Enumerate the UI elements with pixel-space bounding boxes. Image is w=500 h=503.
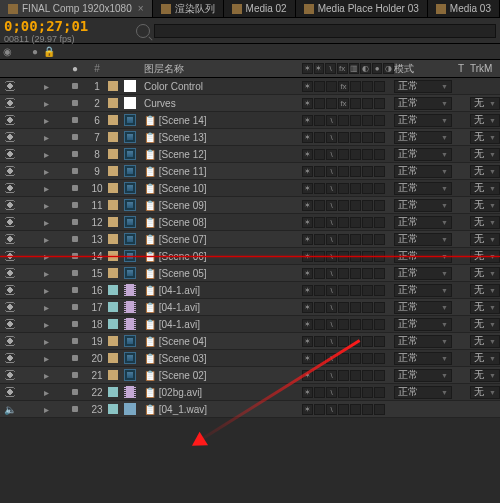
header-t[interactable]: T: [452, 63, 470, 74]
eye-icon[interactable]: [4, 284, 16, 296]
switch-box[interactable]: [350, 81, 361, 92]
eye-icon[interactable]: [4, 335, 16, 347]
switch-box[interactable]: [338, 370, 349, 381]
switch-box[interactable]: ✶: [302, 251, 313, 262]
switch-box[interactable]: ✶: [302, 319, 313, 330]
switch-box[interactable]: [374, 404, 385, 415]
tab[interactable]: FINAL Comp 1920x1080×: [0, 0, 153, 17]
label-color[interactable]: [72, 355, 78, 361]
blend-mode-dropdown[interactable]: 正常▼: [394, 301, 452, 314]
switch-box[interactable]: [350, 115, 361, 126]
eye-icon[interactable]: [4, 97, 16, 109]
switch-box[interactable]: [326, 98, 337, 109]
switch-box[interactable]: ✶: [302, 268, 313, 279]
disclosure-icon[interactable]: ▸: [44, 285, 49, 296]
color-swatch[interactable]: [108, 370, 118, 380]
layer-name[interactable]: 📋 [04-1.avi]: [142, 302, 302, 313]
blend-mode-dropdown[interactable]: 正常▼: [394, 386, 452, 399]
switch-box[interactable]: \: [326, 251, 337, 262]
layer-row[interactable]: ▸22📋 [02bg.avi]✶\正常▼无▼: [0, 384, 500, 401]
search-icon[interactable]: [136, 24, 150, 38]
disclosure-icon[interactable]: ▸: [44, 234, 49, 245]
switch-box[interactable]: [338, 302, 349, 313]
switch-box[interactable]: [374, 217, 385, 228]
eye-icon[interactable]: [4, 216, 16, 228]
eye-icon[interactable]: [4, 182, 16, 194]
switch-box[interactable]: ✶: [302, 166, 313, 177]
track-matte-dropdown[interactable]: 无▼: [470, 182, 500, 195]
switch-header[interactable]: ▥: [349, 63, 360, 74]
track-matte-dropdown[interactable]: 无▼: [470, 233, 500, 246]
switch-box[interactable]: [338, 183, 349, 194]
switch-box[interactable]: [350, 149, 361, 160]
switch-box[interactable]: [362, 115, 373, 126]
layer-row[interactable]: ▸11📋 [Scene 09]✶\正常▼无▼: [0, 197, 500, 214]
switch-box[interactable]: [338, 115, 349, 126]
switch-box[interactable]: [362, 319, 373, 330]
switch-box[interactable]: [362, 353, 373, 364]
color-swatch[interactable]: [108, 81, 118, 91]
switch-header[interactable]: ✶: [302, 63, 313, 74]
switch-box[interactable]: [362, 302, 373, 313]
label-color[interactable]: [72, 338, 78, 344]
switch-header[interactable]: \: [325, 63, 336, 74]
switch-box[interactable]: ✶: [302, 183, 313, 194]
switch-box[interactable]: [374, 234, 385, 245]
switch-box[interactable]: [350, 319, 361, 330]
layer-name[interactable]: 📋 [04-1.avi]: [142, 319, 302, 330]
switch-box[interactable]: \: [326, 132, 337, 143]
tab[interactable]: Media 02: [224, 0, 296, 17]
color-swatch[interactable]: [108, 285, 118, 295]
switch-box[interactable]: [338, 149, 349, 160]
solo-column-icon[interactable]: ●: [28, 44, 42, 58]
color-swatch[interactable]: [108, 217, 118, 227]
layer-row[interactable]: ▸8📋 [Scene 12]✶\正常▼无▼: [0, 146, 500, 163]
blend-mode-dropdown[interactable]: 正常▼: [394, 182, 452, 195]
switch-box[interactable]: [338, 234, 349, 245]
layer-row[interactable]: ▸21📋 [Scene 02]✶\正常▼无▼: [0, 367, 500, 384]
switch-box[interactable]: [314, 234, 325, 245]
switch-box[interactable]: ✶: [302, 115, 313, 126]
switch-box[interactable]: [314, 251, 325, 262]
switch-box[interactable]: [350, 285, 361, 296]
header-trk[interactable]: TrkM: [470, 63, 500, 74]
disclosure-icon[interactable]: ▸: [44, 183, 49, 194]
switch-box[interactable]: [338, 319, 349, 330]
switch-box[interactable]: [362, 166, 373, 177]
switch-box[interactable]: \: [326, 285, 337, 296]
blend-mode-dropdown[interactable]: 正常▼: [394, 335, 452, 348]
switch-header[interactable]: ◑: [383, 63, 394, 74]
disclosure-icon[interactable]: ▸: [44, 353, 49, 364]
layer-name[interactable]: 📋 [Scene 09]: [142, 200, 302, 211]
color-swatch[interactable]: [108, 149, 118, 159]
color-swatch[interactable]: [108, 268, 118, 278]
switch-box[interactable]: ✶: [302, 404, 313, 415]
color-swatch[interactable]: [108, 132, 118, 142]
switch-box[interactable]: [350, 183, 361, 194]
switch-box[interactable]: ✶: [302, 353, 313, 364]
switch-box[interactable]: [374, 251, 385, 262]
track-matte-dropdown[interactable]: 无▼: [470, 148, 500, 161]
eye-icon[interactable]: [4, 199, 16, 211]
track-matte-dropdown[interactable]: 无▼: [470, 369, 500, 382]
blend-mode-dropdown[interactable]: 正常▼: [394, 148, 452, 161]
switch-header[interactable]: fx: [337, 63, 348, 74]
label-color[interactable]: [72, 117, 78, 123]
search-input[interactable]: [154, 24, 496, 38]
layer-name[interactable]: 📋 [Scene 10]: [142, 183, 302, 194]
switch-box[interactable]: [338, 387, 349, 398]
tab[interactable]: Media Place Holder 03: [296, 0, 428, 17]
switch-box[interactable]: [362, 98, 373, 109]
disclosure-icon[interactable]: ▸: [44, 81, 49, 92]
layer-row[interactable]: ▸16📋 [04-1.avi]✶\正常▼无▼: [0, 282, 500, 299]
switch-box[interactable]: [374, 387, 385, 398]
tab[interactable]: 渲染队列: [153, 0, 224, 17]
blend-mode-dropdown[interactable]: 正常▼: [394, 199, 452, 212]
layer-name[interactable]: Color Control: [142, 81, 302, 92]
switch-box[interactable]: [362, 234, 373, 245]
switch-box[interactable]: [350, 353, 361, 364]
eye-icon[interactable]: [4, 369, 16, 381]
layer-name[interactable]: 📋 [Scene 14]: [142, 115, 302, 126]
label-color[interactable]: [72, 406, 78, 412]
layer-row[interactable]: ▸10📋 [Scene 10]✶\正常▼无▼: [0, 180, 500, 197]
